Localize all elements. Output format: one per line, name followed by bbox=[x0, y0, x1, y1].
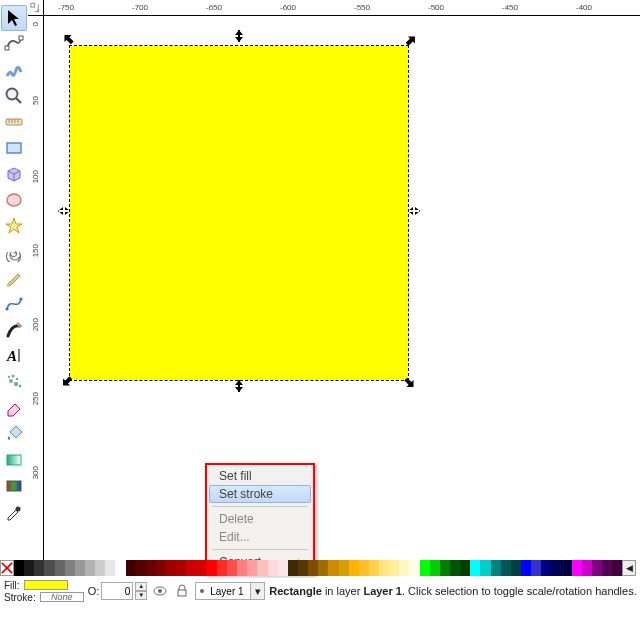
palette-swatch[interactable] bbox=[197, 560, 207, 576]
palette-swatch[interactable] bbox=[14, 560, 24, 576]
palette-swatch[interactable] bbox=[430, 560, 440, 576]
palette-swatch[interactable] bbox=[105, 560, 115, 576]
palette-swatch[interactable] bbox=[237, 560, 247, 576]
menu-set-stroke[interactable]: Set stroke bbox=[209, 485, 311, 503]
fill-swatch[interactable] bbox=[24, 580, 68, 590]
palette-swatch[interactable] bbox=[572, 560, 582, 576]
opacity-spinner[interactable]: ▲▼ bbox=[135, 582, 147, 600]
palette-swatch[interactable] bbox=[156, 560, 166, 576]
palette-swatch[interactable] bbox=[217, 560, 227, 576]
stroke-swatch[interactable]: None bbox=[40, 592, 84, 602]
tool-ellipse[interactable] bbox=[1, 187, 27, 213]
palette-scroll-left[interactable]: ◀ bbox=[622, 560, 636, 576]
palette-swatch[interactable] bbox=[602, 560, 612, 576]
scale-handle-sw[interactable] bbox=[61, 375, 75, 389]
scale-handle-e[interactable] bbox=[407, 204, 421, 218]
palette-swatch[interactable] bbox=[531, 560, 541, 576]
layer-lock-icon[interactable] bbox=[173, 582, 191, 600]
palette-swatch[interactable] bbox=[278, 560, 288, 576]
palette-swatch[interactable] bbox=[298, 560, 308, 576]
palette-swatch[interactable] bbox=[126, 560, 136, 576]
palette-swatch[interactable] bbox=[247, 560, 257, 576]
tool-gradient[interactable] bbox=[1, 447, 27, 473]
palette-swatch[interactable] bbox=[95, 560, 105, 576]
palette-swatch[interactable] bbox=[460, 560, 470, 576]
tool-spray[interactable] bbox=[1, 369, 27, 395]
scale-handle-w[interactable] bbox=[57, 204, 71, 218]
palette-swatch[interactable] bbox=[409, 560, 419, 576]
palette-swatch[interactable] bbox=[420, 560, 430, 576]
palette-swatch[interactable] bbox=[85, 560, 95, 576]
tool-calligraphy[interactable] bbox=[1, 317, 27, 343]
palette-swatch[interactable] bbox=[34, 560, 44, 576]
palette-swatch[interactable] bbox=[349, 560, 359, 576]
layer-dropdown-icon[interactable]: ▾ bbox=[250, 583, 264, 599]
palette-swatch[interactable] bbox=[399, 560, 409, 576]
opacity-input[interactable] bbox=[101, 582, 133, 600]
palette-swatch[interactable] bbox=[501, 560, 511, 576]
tool-rectangle[interactable] bbox=[1, 135, 27, 161]
tool-3dbox[interactable] bbox=[1, 161, 27, 187]
palette-swatch[interactable] bbox=[339, 560, 349, 576]
palette-swatch[interactable] bbox=[328, 560, 338, 576]
canvas[interactable] bbox=[44, 16, 640, 560]
palette-swatch[interactable] bbox=[511, 560, 521, 576]
scale-handle-se[interactable] bbox=[403, 375, 417, 389]
palette-swatch[interactable] bbox=[166, 560, 176, 576]
scale-handle-ne[interactable] bbox=[403, 33, 417, 47]
scale-handle-n[interactable] bbox=[232, 29, 246, 43]
palette-swatch[interactable] bbox=[541, 560, 551, 576]
palette-swatch[interactable] bbox=[44, 560, 54, 576]
palette-swatch[interactable] bbox=[115, 560, 125, 576]
menu-set-fill[interactable]: Set fill bbox=[209, 467, 311, 485]
palette-swatch[interactable] bbox=[450, 560, 460, 576]
palette-swatch[interactable] bbox=[592, 560, 602, 576]
palette-swatch[interactable] bbox=[491, 560, 501, 576]
layer-input[interactable] bbox=[208, 586, 250, 597]
tool-eraser[interactable] bbox=[1, 395, 27, 421]
palette-swatch[interactable] bbox=[470, 560, 480, 576]
layer-selector[interactable]: ▾ bbox=[195, 582, 265, 600]
palette-swatch[interactable] bbox=[318, 560, 328, 576]
tool-text[interactable]: A bbox=[1, 343, 27, 369]
layer-visibility-icon[interactable] bbox=[151, 582, 169, 600]
palette-swatch[interactable] bbox=[562, 560, 572, 576]
tool-selector[interactable] bbox=[1, 5, 27, 31]
palette-swatch[interactable] bbox=[65, 560, 75, 576]
palette-swatch[interactable] bbox=[369, 560, 379, 576]
tool-tweak[interactable] bbox=[1, 57, 27, 83]
palette-swatch[interactable] bbox=[308, 560, 318, 576]
tool-measure[interactable] bbox=[1, 109, 27, 135]
palette-swatch[interactable] bbox=[551, 560, 561, 576]
tool-node[interactable] bbox=[1, 31, 27, 57]
tool-star[interactable] bbox=[1, 213, 27, 239]
scale-handle-nw[interactable] bbox=[61, 33, 75, 47]
palette-swatch[interactable] bbox=[480, 560, 490, 576]
tool-meshgradient[interactable] bbox=[1, 473, 27, 499]
palette-swatches[interactable] bbox=[14, 560, 622, 576]
palette-swatch[interactable] bbox=[521, 560, 531, 576]
palette-swatch[interactable] bbox=[207, 560, 217, 576]
selected-rectangle[interactable] bbox=[64, 36, 414, 386]
palette-swatch[interactable] bbox=[257, 560, 267, 576]
palette-swatch[interactable] bbox=[582, 560, 592, 576]
palette-swatch[interactable] bbox=[379, 560, 389, 576]
palette-swatch[interactable] bbox=[146, 560, 156, 576]
palette-swatch[interactable] bbox=[268, 560, 278, 576]
palette-swatch[interactable] bbox=[227, 560, 237, 576]
palette-swatch[interactable] bbox=[75, 560, 85, 576]
tool-bucket[interactable] bbox=[1, 421, 27, 447]
palette-swatch[interactable] bbox=[24, 560, 34, 576]
tool-spiral[interactable] bbox=[1, 239, 27, 265]
tool-dropper[interactable] bbox=[1, 499, 27, 525]
tool-zoom[interactable] bbox=[1, 83, 27, 109]
tool-bezier[interactable] bbox=[1, 291, 27, 317]
palette-swatch[interactable] bbox=[55, 560, 65, 576]
tool-pencil[interactable] bbox=[1, 265, 27, 291]
palette-swatch[interactable] bbox=[359, 560, 369, 576]
palette-swatch[interactable] bbox=[288, 560, 298, 576]
palette-swatch[interactable] bbox=[612, 560, 622, 576]
palette-swatch[interactable] bbox=[176, 560, 186, 576]
scale-handle-s[interactable] bbox=[232, 379, 246, 393]
palette-swatch[interactable] bbox=[186, 560, 196, 576]
